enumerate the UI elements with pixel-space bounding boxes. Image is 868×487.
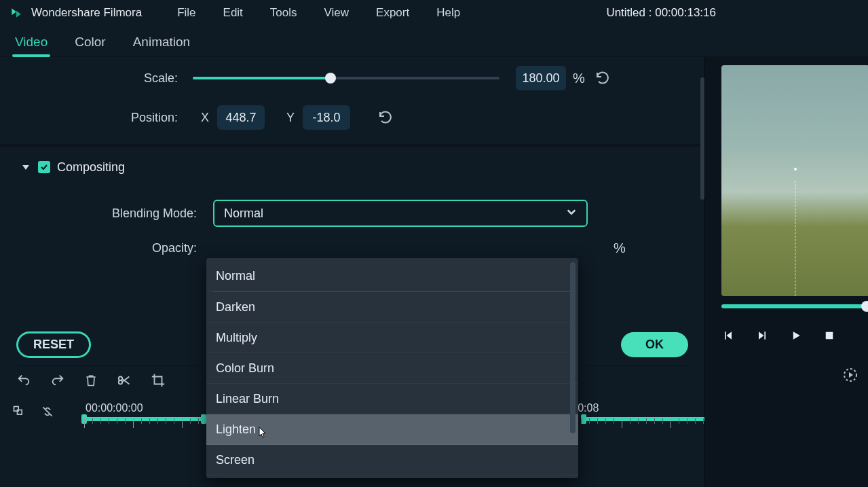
menu-help[interactable]: Help bbox=[426, 6, 471, 20]
menu-edit[interactable]: Edit bbox=[212, 6, 254, 20]
preview-center-guideline bbox=[795, 181, 796, 296]
tab-color[interactable]: Color bbox=[72, 29, 108, 56]
step-back-button[interactable] bbox=[721, 329, 735, 344]
inspector-tabbar: Video Color Animation bbox=[0, 26, 868, 57]
menu-view[interactable]: View bbox=[314, 6, 360, 20]
video-preview[interactable] bbox=[721, 65, 868, 296]
reset-icon bbox=[595, 70, 611, 86]
blending-option-darken[interactable]: Darken bbox=[206, 292, 578, 323]
blending-option-linear-burn[interactable]: Linear Burn bbox=[206, 384, 578, 414]
position-y-field[interactable]: -18.0 bbox=[303, 105, 350, 130]
chevron-down-icon bbox=[566, 206, 577, 221]
scale-reset-button[interactable] bbox=[595, 70, 611, 86]
blending-option-color-burn[interactable]: Color Burn bbox=[206, 353, 578, 384]
compositing-title: Compositing bbox=[57, 160, 125, 175]
ok-button[interactable]: OK bbox=[621, 332, 688, 357]
app-logo-icon bbox=[10, 6, 23, 20]
position-reset-button[interactable] bbox=[377, 109, 394, 126]
step-forward-icon bbox=[755, 329, 769, 342]
preview-panel bbox=[704, 57, 868, 487]
menu-tools[interactable]: Tools bbox=[259, 6, 308, 20]
scale-row: Scale: 180.00 % bbox=[43, 64, 657, 92]
svg-rect-2 bbox=[826, 332, 833, 340]
compositing-checkbox[interactable] bbox=[38, 161, 50, 173]
blending-option-normal[interactable]: Normal bbox=[206, 261, 578, 291]
step-forward-button[interactable] bbox=[755, 329, 769, 344]
opacity-row: Opacity: % bbox=[43, 240, 657, 256]
scale-unit: % bbox=[573, 71, 585, 86]
menu-export[interactable]: Export bbox=[365, 6, 420, 20]
blending-mode-dropdown: Normal Darken Multiply Color Burn Linear… bbox=[206, 258, 578, 478]
inspector-panel: Scale: 180.00 % Position: X 448.7 Y -18.… bbox=[0, 57, 704, 487]
undo-button[interactable] bbox=[16, 373, 31, 390]
crop-icon bbox=[151, 373, 166, 388]
crop-button[interactable] bbox=[151, 373, 166, 390]
trash-icon bbox=[84, 373, 98, 388]
compositing-section-header[interactable]: Compositing bbox=[20, 155, 657, 179]
blending-mode-selected-value: Normal bbox=[224, 206, 263, 221]
blending-option-lighten[interactable]: Lighten bbox=[206, 414, 578, 445]
play-icon bbox=[789, 329, 803, 342]
menu-file[interactable]: File bbox=[166, 6, 206, 20]
position-y-label: Y bbox=[286, 111, 295, 125]
position-label: Position: bbox=[43, 111, 193, 125]
section-divider bbox=[0, 144, 700, 147]
transport-controls bbox=[721, 329, 864, 344]
blending-option-multiply[interactable]: Multiply bbox=[206, 323, 578, 353]
menubar: Wondershare Filmora File Edit Tools View… bbox=[0, 0, 868, 26]
scissors-icon bbox=[117, 373, 132, 388]
preview-center-marker-icon bbox=[794, 168, 797, 170]
opacity-unit: % bbox=[614, 240, 626, 256]
scale-value-field[interactable]: 180.00 bbox=[516, 66, 566, 90]
timeline-layers-button[interactable] bbox=[12, 405, 26, 418]
blending-option-screen[interactable]: Screen bbox=[206, 445, 578, 475]
blending-mode-select[interactable]: Normal bbox=[213, 200, 588, 227]
render-icon bbox=[842, 367, 858, 383]
stop-icon bbox=[823, 329, 835, 342]
timeline-unlink-button[interactable] bbox=[41, 405, 54, 418]
play-button[interactable] bbox=[789, 329, 803, 344]
unlink-icon bbox=[41, 405, 54, 418]
redo-icon bbox=[50, 373, 65, 388]
stop-button[interactable] bbox=[823, 329, 835, 344]
scale-slider[interactable] bbox=[193, 77, 499, 79]
tab-video[interactable]: Video bbox=[12, 29, 50, 56]
delete-button[interactable] bbox=[84, 373, 98, 390]
blending-mode-label: Blending Mode: bbox=[43, 206, 213, 221]
dropdown-scrollbar[interactable] bbox=[570, 262, 575, 433]
layers-icon bbox=[12, 405, 26, 418]
opacity-label: Opacity: bbox=[43, 241, 213, 255]
step-backward-icon bbox=[721, 329, 735, 342]
preview-progress-slider[interactable] bbox=[721, 304, 868, 308]
scale-label: Scale: bbox=[43, 71, 193, 86]
position-x-field[interactable]: 448.7 bbox=[217, 105, 265, 130]
preview-progress-thumb[interactable] bbox=[861, 301, 868, 312]
disclosure-triangle-icon[interactable] bbox=[20, 162, 31, 173]
render-preview-button[interactable] bbox=[842, 367, 858, 385]
position-row: Position: X 448.7 Y -18.0 bbox=[43, 103, 657, 132]
position-x-label: X bbox=[201, 111, 209, 125]
scale-slider-thumb[interactable] bbox=[325, 73, 336, 84]
redo-button[interactable] bbox=[50, 373, 65, 390]
undo-icon bbox=[16, 373, 31, 388]
cut-button[interactable] bbox=[117, 373, 132, 390]
reset-icon bbox=[377, 109, 394, 126]
app-title: Wondershare Filmora bbox=[31, 6, 142, 20]
project-title-timecode: Untitled : 00:00:13:16 bbox=[606, 6, 858, 20]
timeline-label-0: 00:00:00:00 bbox=[86, 402, 143, 414]
reset-button[interactable]: RESET bbox=[16, 331, 91, 358]
tab-animation[interactable]: Animation bbox=[130, 29, 193, 56]
blending-mode-row: Blending Mode: Normal bbox=[43, 200, 657, 227]
